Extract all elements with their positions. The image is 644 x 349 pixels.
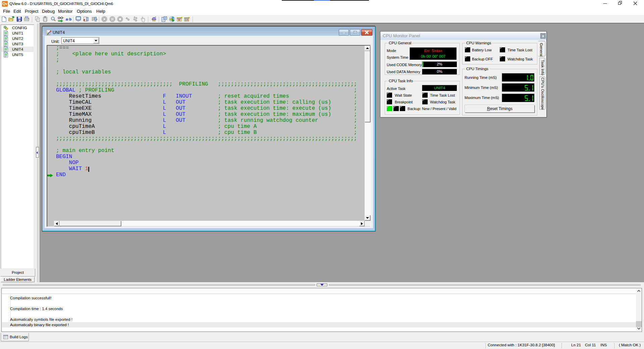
svg-text:a·b: a·b xyxy=(66,17,71,21)
svg-text:DR: DR xyxy=(185,18,189,21)
svg-text:W: W xyxy=(178,18,181,21)
